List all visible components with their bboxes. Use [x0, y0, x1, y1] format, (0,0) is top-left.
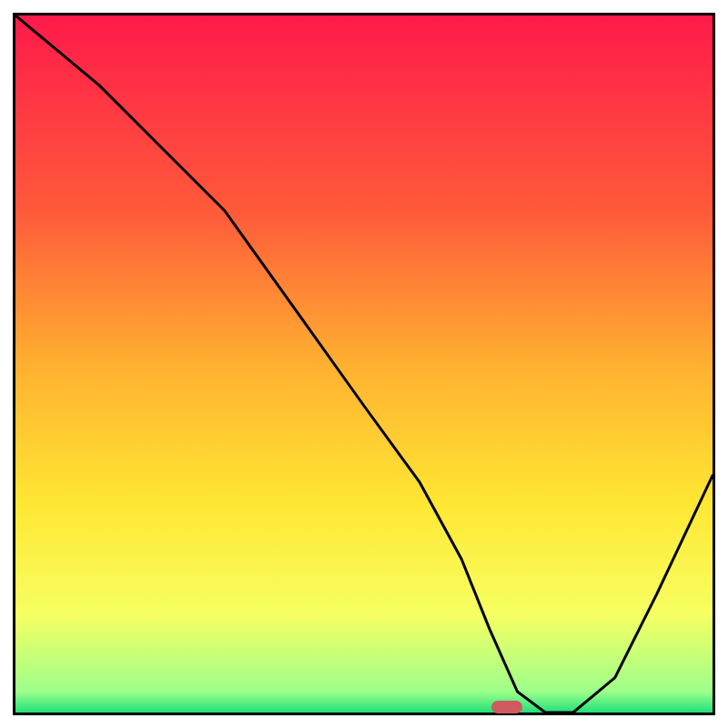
chart-svg [15, 15, 713, 713]
optimal-marker [491, 701, 522, 713]
chart-frame: TheBottleneck.com [13, 13, 715, 715]
chart-background [15, 15, 713, 713]
